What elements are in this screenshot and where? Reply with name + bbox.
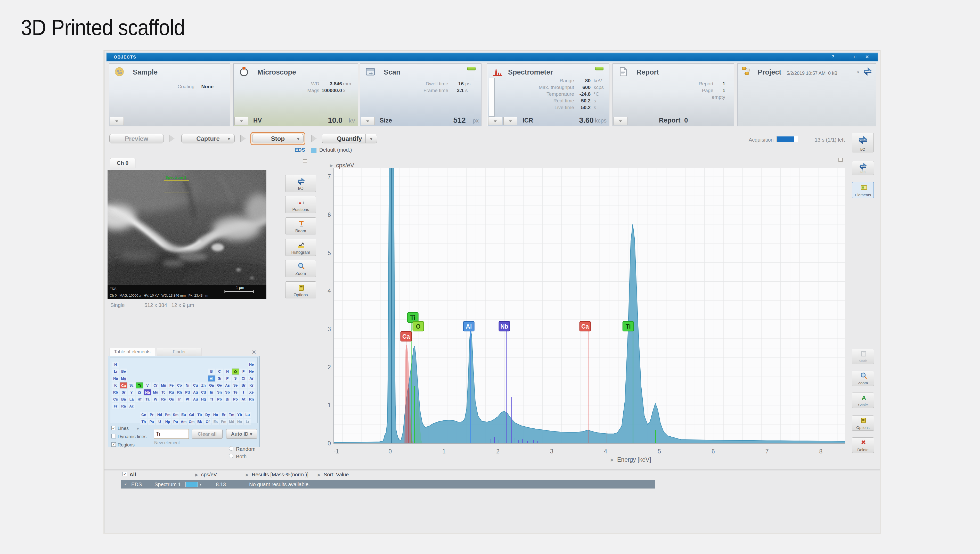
svg-text:1 µm: 1 µm — [236, 285, 244, 290]
svg-text:3: 3 — [328, 326, 331, 333]
svg-text:7: 7 — [765, 448, 769, 455]
svg-text:Nb: Nb — [500, 323, 508, 330]
svg-text:4: 4 — [604, 448, 607, 455]
svg-text:5: 5 — [328, 250, 331, 256]
svg-text:0: 0 — [389, 448, 392, 455]
svg-text:1: 1 — [328, 402, 331, 409]
svg-text:Ca: Ca — [581, 323, 589, 330]
svg-text:2: 2 — [496, 448, 500, 455]
svg-text:Ti: Ti — [626, 323, 631, 330]
svg-text:Spectrum 1: Spectrum 1 — [165, 175, 186, 180]
svg-text:Ca: Ca — [402, 333, 410, 340]
svg-text:Al: Al — [466, 323, 472, 330]
svg-text:Energy [keV]: Energy [keV] — [617, 456, 651, 463]
svg-text:5: 5 — [658, 448, 661, 455]
svg-text:EDS: EDS — [110, 287, 116, 291]
svg-text:8: 8 — [819, 448, 822, 455]
svg-text:7: 7 — [328, 174, 331, 180]
svg-text:1: 1 — [442, 448, 445, 455]
svg-text:2: 2 — [328, 364, 331, 371]
svg-text:▶: ▶ — [330, 163, 333, 168]
svg-text:4: 4 — [328, 288, 331, 294]
svg-text:-1: -1 — [334, 448, 339, 455]
svg-text:6: 6 — [711, 448, 715, 455]
svg-text:6: 6 — [328, 212, 331, 218]
svg-text:0: 0 — [328, 440, 331, 447]
svg-text:cps/eV: cps/eV — [336, 162, 354, 169]
svg-text:▶: ▶ — [611, 457, 614, 462]
svg-text:Ch 0 MAG: 10000 x HV: 10 k: Ch 0 MAG: 10000 x HV: 10 kV WD: 13.846 m… — [110, 293, 208, 298]
svg-text:3: 3 — [550, 448, 554, 455]
svg-text:Ti: Ti — [410, 314, 415, 321]
svg-text:A: A — [862, 394, 866, 401]
svg-text:O: O — [416, 323, 421, 330]
